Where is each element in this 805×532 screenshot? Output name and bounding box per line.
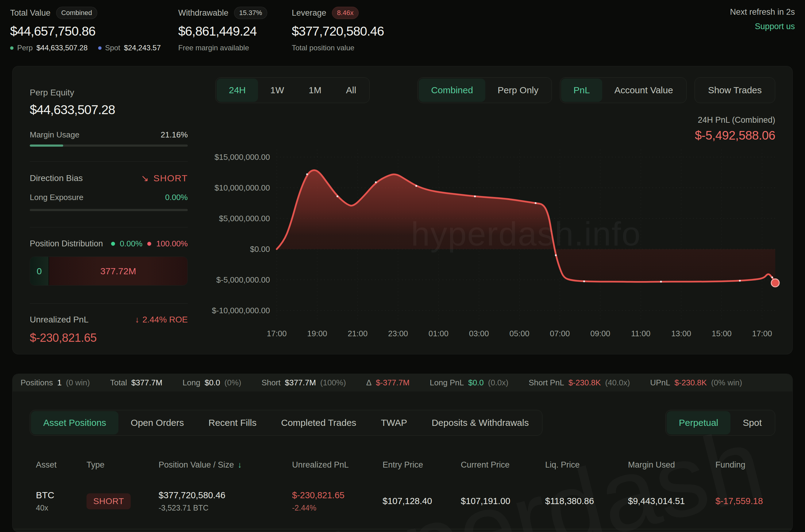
tab-recent-fills[interactable]: Recent Fills [196, 411, 269, 434]
show-trades-button[interactable]: Show Trades [696, 78, 774, 102]
metric-pnl[interactable]: PnL [561, 78, 602, 102]
col-header-asset[interactable]: Asset [36, 460, 87, 470]
divider [30, 162, 188, 162]
x-tick-label: 07:00 [550, 329, 570, 338]
y-tick-label: $5,000,000.00 [219, 214, 270, 223]
perp-equity-label: Perp Equity [30, 88, 188, 98]
position-distribution-bar: 0 377.72M [30, 256, 188, 286]
cell-asset: BTC 40x [36, 490, 87, 512]
positions-summary-bar: Positions1(0 win)Total$377.7MLong$0.0(0%… [13, 374, 792, 392]
withdrawable-sub: Free margin available [178, 43, 249, 52]
withdrawable-value: $6,861,449.24 [178, 24, 267, 39]
cell-position-size: -3,523.71 BTC [159, 504, 292, 512]
mode-combined[interactable]: Combined [419, 78, 485, 102]
distribution-long-segment: 0 [30, 257, 49, 285]
chart-metric-selector: PnLAccount Value [560, 77, 687, 103]
withdrawable-group: Withdrawable 15.37% $6,861,449.24 Free m… [178, 7, 267, 52]
long-exposure-label: Long Exposure [30, 193, 83, 202]
cell-funding: $-17,559.18 [715, 496, 775, 506]
positions-tabs: Asset PositionsOpen OrdersRecent FillsCo… [30, 410, 542, 436]
x-tick-label: 01:00 [428, 329, 448, 338]
col-header-liq-price[interactable]: Liq. Price [545, 460, 628, 470]
margin-usage-label: Margin Usage [30, 130, 79, 139]
support-us-link[interactable]: Support us [730, 22, 795, 31]
tab-asset-positions[interactable]: Asset Positions [31, 411, 118, 434]
leverage-group: Leverage 8.46x $377,720,580.46 Total pos… [292, 7, 384, 52]
chart-x-axis: 17:0019:0021:0023:0001:0003:0005:0007:00… [277, 322, 775, 343]
margin-usage-track [30, 145, 188, 147]
cell-margin-used: $9,443,014.51 [628, 496, 715, 506]
metric-account-value[interactable]: Account Value [602, 78, 685, 102]
leverage-label: Leverage [292, 8, 326, 18]
y-tick-label: $15,000,000.00 [214, 152, 270, 162]
tab-open-orders[interactable]: Open Orders [118, 411, 196, 434]
cell-current-price: $107,191.00 [461, 496, 545, 506]
divider [30, 303, 188, 304]
col-header-current-price[interactable]: Current Price [461, 460, 545, 470]
mode-perp-only[interactable]: Perp Only [485, 78, 551, 102]
tab-twap[interactable]: TWAP [368, 411, 419, 434]
long-pct: 0.00% [120, 239, 143, 248]
time-range-selector: 24H1W1MAll [215, 77, 370, 103]
view-spot[interactable]: Spot [730, 411, 774, 434]
position-distribution-label: Position Distribution [30, 239, 103, 248]
position-row-btc[interactable]: BTC 40x SHORT $377,720,580.46 -3,523.71 … [13, 482, 792, 520]
y-tick-label: $10,000,000.00 [214, 183, 270, 193]
refresh-countdown: Next refresh in 2s [730, 7, 795, 17]
col-header-unrealized-pnl[interactable]: Unrealized PnL [292, 460, 383, 470]
range-all[interactable]: All [334, 78, 368, 102]
latest-point-marker [771, 279, 779, 287]
total-value: $44,657,750.86 [10, 24, 161, 39]
direction-bias-value: SHORT [153, 173, 188, 184]
summary-positions: Positions1(0 win) [21, 378, 90, 387]
col-header-position-value[interactable]: Position Value / Size↓ [159, 460, 292, 470]
positions-table-header: Asset Type Position Value / Size↓ Unreal… [13, 460, 792, 470]
x-tick-label: 15:00 [712, 329, 732, 338]
page-header: Total Value Combined $44,657,750.86 Perp… [0, 0, 805, 66]
y-tick-label: $-10,000,000.00 [212, 306, 270, 316]
range-1w[interactable]: 1W [258, 78, 296, 102]
col-header-margin-used[interactable]: Margin Used [628, 460, 715, 470]
tab-deposits-withdrawals[interactable]: Deposits & Withdrawals [419, 411, 541, 434]
perp-equity-value: $44,633,507.28 [30, 102, 188, 117]
spot-dot-icon [98, 46, 101, 50]
total-value-label: Total Value [10, 8, 51, 18]
pnl-chart-plot[interactable]: hyperdash.info [277, 150, 775, 322]
positions-card: Positions1(0 win)Total$377.7MLong$0.0(0%… [12, 374, 793, 532]
summary-total: Total$377.7M [110, 378, 162, 387]
summary-upnl: UPnL$-230.8K(0% win) [650, 378, 742, 387]
cell-position-value: $377,720,580.46 -3,523.71 BTC [159, 490, 292, 512]
y-tick-label: $0.00 [250, 245, 270, 254]
margin-usage-value: 21.16% [161, 130, 188, 139]
cell-liq-price: $118,380.86 [545, 496, 628, 506]
x-tick-label: 05:00 [510, 329, 530, 338]
long-legend-dot-icon [111, 242, 115, 246]
chart-area: 24H1W1MAll CombinedPerp Only PnLAccount … [215, 77, 775, 343]
col-header-funding[interactable]: Funding [715, 460, 775, 470]
leverage-sub: Total position value [292, 43, 354, 52]
summary-short-pnl: Short PnL$-230.8K(40.0x) [529, 378, 630, 387]
summary-long: Long$0.0(0%) [183, 378, 241, 387]
roe-down-arrow-icon: ↓ [135, 315, 139, 325]
short-type-badge: SHORT [87, 493, 131, 509]
summary--: Δ$-377.7M [366, 378, 409, 387]
range-24h[interactable]: 24H [216, 78, 258, 102]
col-header-type[interactable]: Type [87, 460, 159, 470]
y-tick-label: $-5,000,000.00 [216, 275, 270, 285]
combined-badge: Combined [56, 7, 97, 19]
view-perpetual[interactable]: Perpetual [667, 411, 730, 434]
col-header-entry-price[interactable]: Entry Price [383, 460, 461, 470]
cell-entry-price: $107,128.40 [383, 496, 461, 506]
tab-completed-trades[interactable]: Completed Trades [269, 411, 368, 434]
perpetual-spot-toggle: PerpetualSpot [666, 410, 775, 436]
short-legend-dot-icon [147, 242, 151, 246]
bottom-divider [13, 529, 792, 529]
portfolio-stats-panel: Perp Equity $44,633,507.28 Margin Usage … [30, 88, 188, 344]
x-tick-label: 03:00 [469, 329, 489, 338]
range-1m[interactable]: 1M [296, 78, 334, 102]
x-tick-label: 11:00 [631, 329, 650, 338]
x-tick-label: 17:00 [267, 329, 287, 338]
x-tick-label: 09:00 [590, 329, 610, 338]
short-arrow-icon: ↘ [141, 173, 149, 184]
perp-value: $44,633,507.28 [37, 43, 88, 52]
